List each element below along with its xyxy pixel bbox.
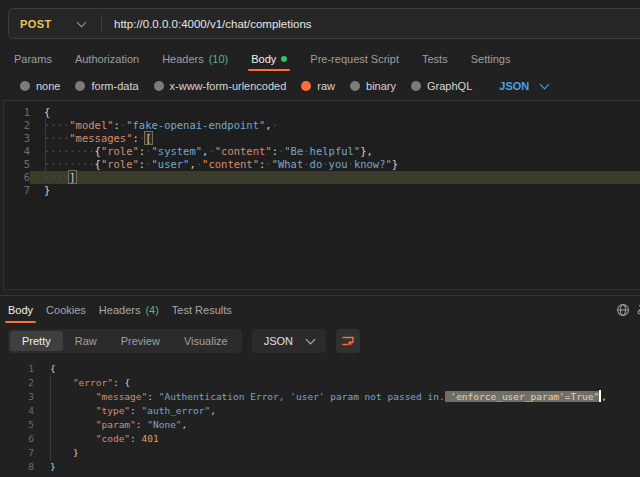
chevron-down-icon [306, 335, 316, 345]
tab-authorization[interactable]: Authorization [75, 47, 139, 71]
code-line: 3····"messages":·[ [4, 132, 640, 145]
response-tab-cookies[interactable]: Cookies [46, 296, 86, 323]
view-raw-button[interactable]: Raw [63, 331, 109, 351]
view-visualize-button[interactable]: Visualize [172, 331, 240, 351]
line-number: 3 [0, 390, 34, 404]
response-tab-headers[interactable]: Headers(4) [99, 296, 159, 323]
code-line: 2····"model":·"fake-openai-endpoint",· [4, 119, 640, 132]
view-mode-control: Pretty Raw Preview Visualize [8, 329, 242, 353]
wrap-text-icon [341, 334, 355, 348]
request-url-bar: POST http://0.0.0.0:4000/v1/chat/complet… [8, 8, 640, 39]
radio-raw[interactable]: raw [301, 80, 335, 92]
request-code: 1{2····"model":·"fake-openai-endpoint",·… [4, 106, 640, 197]
radio-binary[interactable]: binary [350, 80, 396, 92]
radio-icon [154, 81, 164, 91]
wrap-text-button[interactable] [336, 329, 360, 353]
code-line: 5········{"role":·"user",·"content":·"Wh… [4, 158, 640, 171]
code-line: 8} [0, 460, 640, 474]
response-body-editor[interactable]: 1{2 "error": {3 "message": "Authenticati… [0, 357, 640, 477]
line-number: 4 [4, 145, 30, 158]
code-line: 6····] [4, 171, 640, 184]
line-number: 1 [4, 106, 30, 119]
response-tab-test-results[interactable]: Test Results [172, 296, 232, 323]
globe-icon[interactable] [616, 303, 630, 317]
divider [101, 15, 102, 32]
line-number: 2 [4, 119, 30, 132]
line-number: 1 [0, 362, 34, 376]
line-number: 5 [4, 158, 30, 171]
body-type-row: none form-data x-www-form-urlencoded raw… [0, 75, 640, 97]
radio-icon [350, 81, 360, 91]
clipped-icon[interactable] [636, 303, 640, 317]
view-preview-button[interactable]: Preview [109, 331, 172, 351]
response-toolbar: Pretty Raw Preview Visualize JSON [8, 329, 360, 353]
headers-count: (10) [209, 53, 229, 65]
code-line: 7} [4, 184, 640, 197]
radio-x-www-form-urlencoded[interactable]: x-www-form-urlencoded [154, 80, 287, 92]
chevron-down-icon [77, 17, 87, 27]
response-code: 1{2 "error": {3 "message": "Authenticati… [0, 362, 640, 474]
response-headers-count: (4) [145, 304, 158, 316]
radio-form-data[interactable]: form-data [75, 80, 138, 92]
code-line: 1{ [0, 362, 640, 376]
code-line: 2 "error": { [0, 376, 640, 390]
postman-window: POST http://0.0.0.0:4000/v1/chat/complet… [0, 0, 640, 477]
line-number: 8 [0, 460, 34, 474]
indent-guide [50, 376, 51, 460]
code-line: 1{ [4, 106, 640, 119]
url-input[interactable]: http://0.0.0.0:4000/v1/chat/completions [114, 18, 312, 30]
line-number: 6 [4, 171, 30, 184]
line-number: 7 [0, 446, 34, 460]
radio-selected-icon [301, 81, 311, 91]
line-number: 5 [0, 418, 34, 432]
request-language-select[interactable]: JSON [499, 80, 548, 92]
tab-settings[interactable]: Settings [471, 47, 511, 71]
code-line: 4 "type": "auth_error", [0, 404, 640, 418]
code-line: 7 } [0, 446, 640, 460]
code-line: 3 "message": "Authentication Error, 'use… [0, 390, 640, 404]
response-tabs: Body Cookies Headers(4) Test Results [0, 295, 640, 323]
line-number: 6 [0, 432, 34, 446]
method-select[interactable]: POST [9, 18, 85, 30]
view-pretty-button[interactable]: Pretty [10, 331, 63, 351]
line-number: 2 [0, 376, 34, 390]
radio-graphql[interactable]: GraphQL [411, 80, 472, 92]
request-body-editor[interactable]: 1{2····"model":·"fake-openai-endpoint",·… [3, 100, 640, 290]
radio-none[interactable]: none [20, 80, 60, 92]
line-number: 7 [4, 184, 30, 197]
chevron-down-icon [540, 80, 550, 90]
radio-icon [75, 81, 85, 91]
response-language-select[interactable]: JSON [252, 329, 326, 353]
tab-headers[interactable]: Headers(10) [162, 47, 228, 71]
response-tab-body[interactable]: Body [8, 296, 33, 323]
body-modified-dot-icon [281, 56, 287, 62]
tab-tests[interactable]: Tests [422, 47, 448, 71]
line-number: 4 [0, 404, 34, 418]
code-line: 4········{"role":·"system",·"content":·"… [4, 145, 640, 158]
radio-icon [411, 81, 421, 91]
request-tabs: Params Authorization Headers(10) Body Pr… [0, 47, 640, 71]
code-line: 5 "param": "None", [0, 418, 640, 432]
tab-pre-request-script[interactable]: Pre-request Script [310, 47, 399, 71]
tab-body[interactable]: Body [251, 47, 287, 71]
code-line: 6 "code": 401 [0, 432, 640, 446]
line-number: 3 [4, 132, 30, 145]
radio-icon [20, 81, 30, 91]
indent-guide [45, 119, 46, 184]
tab-params[interactable]: Params [14, 47, 52, 71]
method-label: POST [20, 18, 56, 30]
